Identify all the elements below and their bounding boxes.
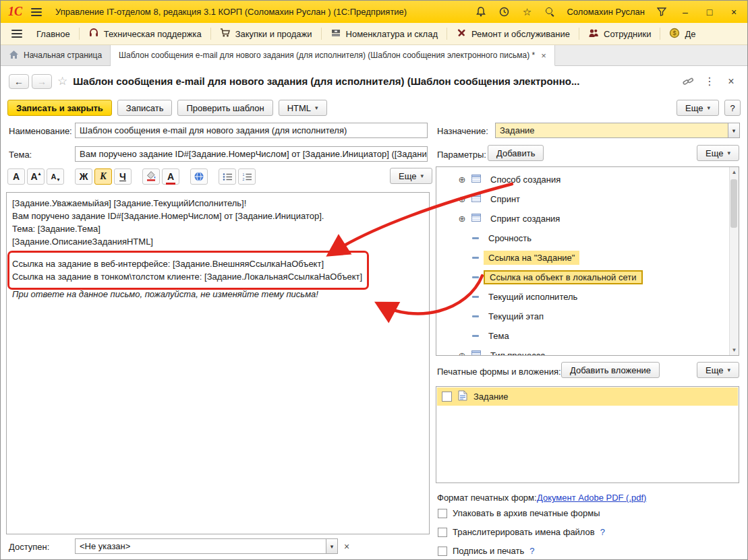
current-user[interactable]: Соломахин Руслан [567, 7, 645, 17]
add-attachment-button[interactable]: Добавить вложение [561, 362, 660, 378]
expand-icon[interactable]: ⊕ [457, 214, 467, 224]
insert-image-icon[interactable] [190, 168, 208, 185]
tab-template-document[interactable]: Шаблон сообщения e-mail для нового задан… [111, 45, 555, 66]
home-icon [9, 50, 19, 61]
favorites-star-icon[interactable]: ☆ [518, 4, 536, 20]
close-document-icon[interactable]: × [723, 73, 739, 90]
search-icon[interactable] [541, 4, 558, 20]
tree-item-0[interactable]: ⊕ Способ создания [437, 170, 728, 189]
bold-button[interactable]: Ж [75, 168, 92, 185]
history-icon[interactable] [495, 4, 513, 20]
parameters-more-button[interactable]: Еще ▾ [697, 145, 739, 161]
italic-button[interactable]: К [94, 168, 112, 185]
pack-archive-checkbox[interactable] [438, 509, 447, 518]
tab-home[interactable]: Начальная страница [1, 45, 111, 65]
section-tech-support[interactable]: Техническая поддержка [80, 23, 210, 44]
section-repair-service[interactable]: Ремонт и обслуживание [447, 23, 579, 44]
section-main[interactable]: Главное [28, 23, 79, 44]
minimize-button[interactable]: – [676, 4, 695, 20]
signature-stamp-option[interactable]: Подпись и печать ? [438, 546, 534, 556]
chevron-down-icon[interactable]: ▾ [728, 123, 739, 137]
people-icon [588, 28, 599, 40]
attachment-row[interactable]: Задание [437, 387, 738, 406]
name-label: Наименование: [9, 126, 72, 136]
pack-archive-option[interactable]: Упаковать в архив печатные формы [438, 508, 605, 518]
name-input[interactable]: Шаблон сообщения e-mail для нового задан… [75, 123, 428, 138]
service-settings-icon[interactable] [653, 4, 670, 20]
html-mode-dropdown[interactable]: HTML ▾ [279, 100, 327, 116]
get-link-icon[interactable] [680, 73, 696, 90]
template-body-editor[interactable]: [Задание.Уважаемыйая] [Задание.ТекущийИс… [6, 192, 430, 534]
signature-stamp-checkbox[interactable] [438, 547, 447, 556]
attachments-label: Печатные формы и вложения: [437, 367, 561, 377]
numbered-list-button[interactable]: 12 [238, 168, 256, 185]
font-size-decrease-button[interactable]: А▾ [47, 168, 64, 185]
subject-input[interactable]: Вам поручено задание ID#[Задание.НомерЧи… [75, 146, 428, 162]
tree-item-3[interactable]: Срочность [437, 228, 728, 248]
kebab-menu-icon[interactable]: ⋮ [701, 73, 718, 90]
chevron-down-icon: ▾ [420, 173, 424, 179]
attachments-more-button[interactable]: Еще ▾ [697, 362, 739, 378]
chevron-down-icon: ▾ [727, 367, 730, 373]
formatting-toolbar: А А▴ А▾ Ж К Ч А 12 [7, 168, 256, 185]
tree-item-7[interactable]: Текущий этап [437, 307, 728, 326]
editor-line: [Задание.ОписаниеЗаданияHTML] [12, 235, 424, 248]
tree-item-1[interactable]: ⊕ Спринт [437, 189, 728, 209]
transliterate-checkbox[interactable] [438, 528, 447, 537]
tree-item-2[interactable]: ⊕ Спринт создания [437, 209, 728, 228]
section-purchases-sales[interactable]: Закупки и продажи [211, 23, 321, 44]
section-money[interactable]: $ Де [660, 23, 704, 44]
svg-text:2: 2 [242, 177, 244, 181]
leaf-dash-icon [472, 315, 479, 317]
tree-item-9[interactable]: ⊕ Тип процесса [437, 346, 728, 356]
save-button[interactable]: Записать [117, 100, 173, 116]
purpose-combo[interactable]: Задание ▾ [495, 123, 740, 138]
notifications-bell-icon[interactable] [472, 4, 490, 20]
save-and-close-button[interactable]: Записать и закрыть [7, 100, 112, 116]
close-tab-icon[interactable]: × [541, 51, 546, 61]
tree-item-5[interactable]: Ссылка на объект в локальной сети [437, 268, 728, 287]
functions-menu-icon[interactable] [11, 30, 22, 38]
tree-item-8[interactable]: Тема [437, 326, 728, 346]
tree-item-4[interactable]: Ссылка на "Задание" [437, 248, 728, 268]
section-stock[interactable]: Номенклатура и склад [322, 23, 447, 44]
fill-color-button[interactable] [142, 168, 160, 185]
forward-button[interactable]: → [32, 74, 52, 89]
editor-more-button[interactable]: Еще ▾ [390, 168, 432, 184]
tree-scrollbar-thumb[interactable] [730, 179, 737, 228]
underline-button[interactable]: Ч [114, 168, 132, 185]
bullet-list-button[interactable] [219, 168, 236, 185]
tree-item-6[interactable]: Текущий исполнитель [437, 287, 728, 307]
attachment-checkbox[interactable] [442, 392, 452, 402]
expand-icon[interactable]: ⊕ [457, 194, 467, 204]
expand-icon[interactable]: ⊕ [457, 350, 467, 356]
scroll-up-icon[interactable]: ▲ [732, 169, 737, 175]
maximize-button[interactable]: □ [700, 4, 719, 20]
available-combo[interactable]: <Не указан> ▾ [75, 538, 338, 554]
print-format-link[interactable]: Документ Adobe PDF (.pdf) [537, 493, 646, 503]
section-employees[interactable]: Сотрудники [579, 23, 660, 44]
editor-line: Вам поручено задание ID#[Задание.НомерЧи… [12, 210, 424, 222]
clear-available-button[interactable]: × [340, 538, 353, 554]
text-color-button[interactable]: А [162, 168, 179, 185]
help-button[interactable]: ? [724, 100, 741, 116]
more-button[interactable]: Еще ▾ [677, 100, 719, 116]
help-link[interactable]: ? [600, 527, 605, 537]
help-link[interactable]: ? [529, 546, 534, 556]
table-icon [471, 175, 481, 185]
transliterate-option[interactable]: Транслитерировать имена файлов ? [438, 527, 605, 537]
chevron-down-icon[interactable]: ▾ [326, 539, 337, 553]
font-size-increase-button[interactable]: А▴ [27, 168, 45, 185]
leaf-dash-icon [472, 276, 479, 278]
scroll-down-icon[interactable]: ▼ [732, 347, 737, 353]
close-window-button[interactable]: × [724, 4, 743, 20]
main-menu-icon[interactable] [31, 8, 42, 16]
font-button[interactable]: А [7, 168, 25, 185]
check-template-button[interactable]: Проверить шаблон [177, 100, 272, 116]
back-button[interactable]: ← [9, 74, 29, 89]
add-parameter-button[interactable]: Добавить [488, 145, 544, 161]
document-icon [458, 390, 467, 403]
expand-icon[interactable]: ⊕ [457, 175, 467, 185]
chevron-down-icon: ▾ [727, 150, 730, 156]
favorite-star-icon[interactable]: ☆ [57, 74, 67, 88]
